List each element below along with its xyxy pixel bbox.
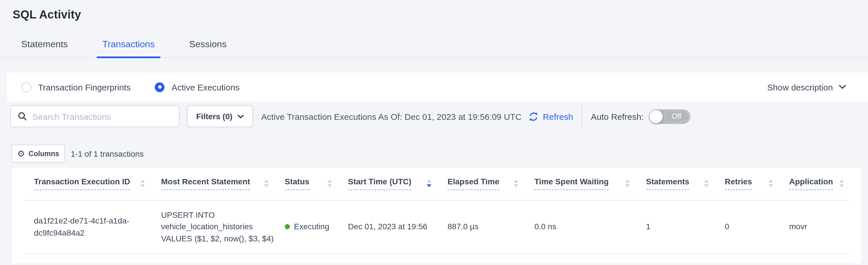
sort-icon[interactable] bbox=[514, 180, 518, 187]
sort-icon[interactable] bbox=[625, 180, 630, 187]
tab-sessions[interactable]: Sessions bbox=[184, 39, 232, 57]
radio-transaction-fingerprints[interactable]: Transaction Fingerprints bbox=[21, 82, 131, 92]
radio-selected-icon[interactable] bbox=[155, 82, 164, 92]
column-header-transaction-execution-id[interactable]: Transaction Execution ID bbox=[24, 168, 151, 200]
show-description-button[interactable]: Show description bbox=[767, 82, 846, 92]
as-of-text: Active Transaction Executions As Of: Dec… bbox=[261, 111, 522, 121]
filters-label: Filters (0) bbox=[196, 112, 232, 121]
view-selector-strip: Transaction Fingerprints Active Executio… bbox=[7, 73, 868, 101]
search-input[interactable] bbox=[32, 111, 172, 121]
refresh-icon bbox=[528, 111, 539, 122]
sql-activity-page: SQL Activity Statements Transactions Ses… bbox=[0, 0, 868, 265]
cell-status: Executing bbox=[274, 200, 338, 254]
cell-transaction-execution-id: da1f21e2-de71-4c1f-a1da- dc9fc94a84a2 bbox=[24, 200, 151, 254]
column-header-retries[interactable]: Retries bbox=[714, 168, 779, 200]
tab-bar: Statements Transactions Sessions bbox=[0, 39, 868, 58]
sort-icon[interactable] bbox=[704, 180, 709, 187]
page-title: SQL Activity bbox=[13, 8, 868, 21]
results-bar: ⚙ Columns 1-1 of 1 transactions bbox=[0, 144, 868, 162]
cell-retries: 0 bbox=[714, 200, 779, 254]
toggle-state-label: Off bbox=[664, 110, 689, 123]
columns-button-label: Columns bbox=[29, 150, 59, 158]
vertical-divider bbox=[582, 106, 582, 127]
show-description-label: Show description bbox=[767, 82, 833, 92]
table-header-row: Transaction Execution ID Most Recent Sta… bbox=[24, 168, 849, 200]
gear-icon: ⚙ bbox=[17, 149, 25, 158]
radio-unselected-icon[interactable] bbox=[21, 82, 31, 92]
cell-start-time: Dec 01, 2023 at 19:56 bbox=[338, 200, 437, 254]
cell-time-spent-waiting: 0.0 ns bbox=[524, 200, 636, 254]
radio-label: Transaction Fingerprints bbox=[38, 82, 131, 92]
tab-transactions[interactable]: Transactions bbox=[97, 39, 160, 57]
sort-icon[interactable] bbox=[141, 180, 145, 187]
radio-label: Active Executions bbox=[172, 82, 240, 92]
sort-icon[interactable] bbox=[327, 180, 332, 187]
column-header-statements[interactable]: Statements bbox=[636, 168, 714, 200]
tab-statements[interactable]: Statements bbox=[16, 39, 74, 57]
sort-icon-descending[interactable] bbox=[427, 180, 431, 187]
cell-elapsed-time: 887.0 µs bbox=[437, 200, 524, 254]
column-header-time-spent-waiting[interactable]: Time Spent Waiting bbox=[524, 168, 636, 200]
column-header-start-time[interactable]: Start Time (UTC) bbox=[338, 168, 437, 200]
cell-application: movr bbox=[779, 200, 849, 254]
chevron-down-icon bbox=[238, 114, 244, 118]
controls-row: Filters (0) Active Transaction Execution… bbox=[0, 105, 868, 127]
transactions-table: Transaction Execution ID Most Recent Sta… bbox=[24, 168, 849, 254]
page-header: SQL Activity bbox=[0, 0, 868, 21]
toggle-knob[interactable] bbox=[649, 110, 663, 123]
column-header-elapsed-time[interactable]: Elapsed Time bbox=[437, 168, 524, 200]
cell-statements: 1 bbox=[636, 200, 714, 254]
auto-refresh-label: Auto Refresh: bbox=[591, 111, 644, 121]
chevron-down-icon bbox=[839, 85, 846, 89]
executing-status-icon bbox=[285, 224, 290, 229]
table-row[interactable]: da1f21e2-de71-4c1f-a1da- dc9fc94a84a2 UP… bbox=[24, 200, 849, 254]
results-count: 1-1 of 1 transactions bbox=[71, 149, 144, 158]
sort-icon[interactable] bbox=[769, 180, 773, 187]
sort-icon[interactable] bbox=[839, 180, 844, 187]
column-header-status[interactable]: Status bbox=[274, 168, 338, 200]
column-header-application[interactable]: Application bbox=[779, 168, 849, 200]
refresh-button[interactable]: Refresh bbox=[528, 111, 573, 122]
transactions-table-card: Transaction Execution ID Most Recent Sta… bbox=[12, 168, 861, 263]
search-icon bbox=[18, 112, 27, 121]
columns-button[interactable]: ⚙ Columns bbox=[11, 144, 65, 162]
search-box[interactable] bbox=[10, 105, 180, 127]
sort-icon[interactable] bbox=[264, 180, 269, 187]
auto-refresh-toggle[interactable]: Off bbox=[649, 109, 690, 124]
column-header-most-recent-statement[interactable]: Most Recent Statement bbox=[151, 168, 274, 200]
refresh-label: Refresh bbox=[543, 111, 573, 121]
status-label: Executing bbox=[294, 221, 329, 233]
filters-button[interactable]: Filters (0) bbox=[187, 105, 253, 127]
cell-most-recent-statement: UPSERT INTO vehicle_location_histories V… bbox=[151, 200, 274, 254]
radio-active-executions[interactable]: Active Executions bbox=[155, 82, 240, 92]
